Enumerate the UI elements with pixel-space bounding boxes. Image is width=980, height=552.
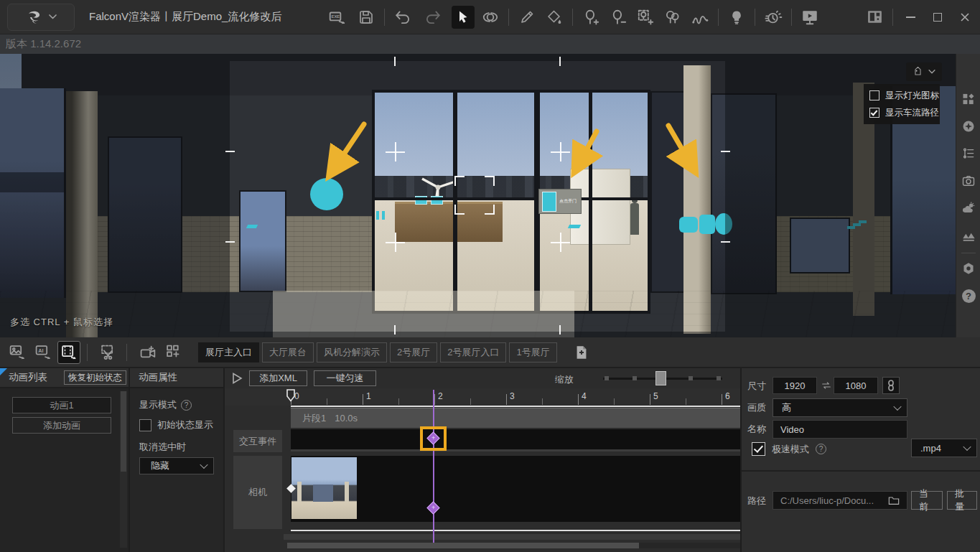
playhead-handle[interactable] (286, 389, 296, 402)
turbo-mode-label: 极速模式 (772, 443, 809, 456)
animation-list-scrollbar[interactable] (120, 391, 127, 548)
vegetation-button[interactable] (661, 6, 684, 29)
camera-track[interactable] (291, 456, 740, 522)
turbo-mode-checkbox[interactable] (752, 442, 765, 456)
render-current-button[interactable]: 当前 (911, 491, 943, 510)
add-animation-button[interactable]: 添加动画 (12, 417, 111, 434)
render-batch-button[interactable]: 批量 (947, 491, 977, 510)
components-icon[interactable] (961, 91, 976, 107)
chevron-down-icon (963, 443, 971, 451)
clip-bar[interactable]: 片段1 10.0s (291, 408, 740, 428)
turbo-mode-help-icon[interactable]: ? (816, 444, 826, 454)
scene-tab-6[interactable]: 1号展厅 (509, 342, 556, 362)
frame-tick (225, 151, 235, 152)
material-icon[interactable] (961, 118, 976, 134)
menu-item-show-light-icons[interactable]: 显示灯光图标 (864, 87, 940, 104)
time-of-day-button[interactable] (762, 6, 785, 29)
orbit-tool-button[interactable] (479, 6, 502, 29)
timeline-hscrollbar-thumb[interactable] (287, 543, 639, 548)
path-input[interactable]: C:/Users/liuc-p/Docu... (773, 491, 907, 510)
chevron-down-icon (49, 14, 57, 19)
name-label: 名称 (747, 423, 766, 436)
remove-tree-button[interactable] (607, 6, 630, 29)
quality-select[interactable]: 高 (773, 398, 907, 417)
turbo-mode-row[interactable]: 极速模式 ? (752, 442, 826, 456)
format-select[interactable]: .mp4 (911, 439, 977, 457)
scene-tab-4[interactable]: 2号展厅 (390, 342, 437, 362)
camera-icon[interactable] (961, 173, 976, 189)
path-value: C:/Users/liuc-p/Docu... (780, 495, 887, 506)
scene-tab-5[interactable]: 2号展厅入口 (440, 342, 506, 362)
viewport-3d[interactable]: 点击开门 (0, 54, 956, 337)
timeline-ruler[interactable]: 0 1 2 3 4 5 6 (225, 388, 740, 406)
initial-state-checkbox[interactable] (139, 419, 151, 431)
minimize-button[interactable] (900, 6, 921, 28)
menu-item-label: 显示灯光图标 (885, 90, 939, 102)
add-camera-button[interactable] (136, 341, 159, 364)
animation-item[interactable]: 动画1 (12, 397, 111, 413)
scene-tab-1[interactable]: 展厅主入口 (198, 342, 259, 362)
pen-tool-button[interactable] (515, 6, 538, 29)
display-options-button[interactable] (906, 62, 942, 81)
add-tree-region-button[interactable] (634, 6, 657, 29)
zoom-slider-handle[interactable] (655, 371, 666, 385)
terrain-icon[interactable] (961, 228, 976, 243)
playhead-line[interactable] (433, 390, 434, 543)
restore-initial-state-button[interactable]: 恢复初始状态 (64, 370, 126, 385)
add-grid-button[interactable] (162, 341, 185, 364)
folder-icon[interactable] (888, 495, 900, 505)
select-tool-button[interactable] (452, 6, 475, 29)
save-button[interactable] (355, 6, 378, 29)
width-input[interactable] (773, 377, 817, 394)
height-input[interactable] (834, 377, 878, 394)
weather-icon[interactable] (961, 200, 976, 216)
camera-keyframe-thumbnail[interactable] (291, 457, 357, 519)
scene-tab-2[interactable]: 大厅展台 (262, 342, 314, 362)
menu-item-show-traffic-paths[interactable]: 显示车流路径 (864, 104, 940, 121)
export-exe-button[interactable]: EXE (326, 6, 349, 29)
crop-image-button[interactable] (97, 341, 120, 364)
app-menu-button[interactable] (7, 4, 75, 31)
toolbar-separator (572, 9, 573, 26)
close-button[interactable] (954, 6, 976, 28)
deselect-behavior-value: 隐藏 (151, 459, 169, 472)
add-xml-button[interactable]: 添加XML (249, 370, 307, 386)
play-button[interactable] (230, 371, 244, 385)
help-icon[interactable]: ? (961, 288, 976, 304)
show-light-icons-checkbox[interactable] (869, 90, 879, 100)
zoom-slider[interactable] (603, 373, 722, 384)
path-draw-button[interactable] (689, 6, 711, 29)
animation-list-panel: 动画列表 恢复初始状态 动画1 添加动画 (0, 368, 129, 552)
initial-state-row[interactable]: 初始状态显示 (139, 418, 213, 431)
deselect-behavior-select[interactable]: 隐藏 (139, 457, 214, 474)
add-tree-button[interactable] (579, 6, 602, 29)
ruler-label: 2 (438, 391, 443, 401)
scene-tab-3[interactable]: 风机分解演示 (317, 342, 387, 362)
uniform-speed-button[interactable]: 一键匀速 (314, 370, 376, 386)
display-mode-help-icon[interactable]: ? (181, 400, 192, 411)
presentation-button[interactable] (798, 6, 821, 29)
redo-button[interactable] (421, 6, 444, 29)
undo-button[interactable] (391, 6, 414, 29)
events-track[interactable] (291, 429, 740, 452)
animation-properties-panel: 动画属性 显示模式 ? 初始状态显示 取消选中时 隐藏 (130, 368, 223, 552)
aspect-lock-button[interactable] (882, 377, 900, 394)
add-scene-tab-button[interactable] (570, 341, 593, 364)
on-deselect-label: 取消选中时 (139, 441, 186, 452)
toolbar-separator (755, 9, 755, 26)
layout-button[interactable] (863, 6, 886, 29)
light-tool-button[interactable] (725, 6, 748, 29)
frame-tick (559, 57, 561, 66)
filename-input[interactable] (773, 420, 907, 439)
export-video-button[interactable] (57, 341, 80, 364)
paint-fill-tool-button[interactable] (543, 6, 566, 29)
toolbar-separator (126, 344, 127, 361)
outline-icon[interactable] (961, 146, 976, 162)
maximize-button[interactable] (927, 6, 948, 28)
export-image-button[interactable] (6, 341, 29, 364)
timeline-hscrollbar[interactable] (287, 543, 740, 548)
show-traffic-paths-checkbox[interactable] (869, 108, 879, 118)
export-ai-image-button[interactable]: AI (32, 341, 55, 364)
settings-icon[interactable] (961, 261, 976, 276)
capture-toolbar: AI 展厅主入口 大厅展台 风机分解演示 2号展厅 2号展厅入口 1号展厅 (0, 337, 980, 368)
